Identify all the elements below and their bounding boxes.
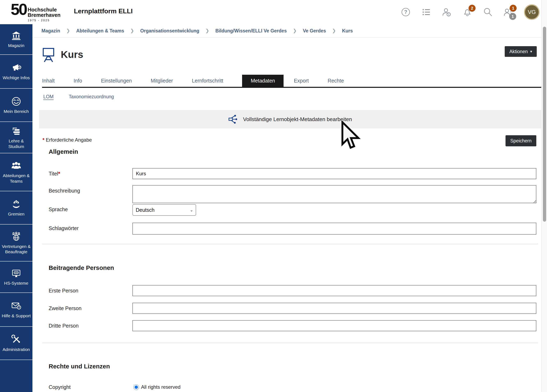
monitor-icon xyxy=(11,268,21,278)
required-asterisk: * xyxy=(42,137,44,143)
breadcrumb: Magazin ❯ Abteilungen & Teams ❯ Organisa… xyxy=(33,24,547,38)
scrollbar-thumb[interactable] xyxy=(543,27,546,222)
schlagwoerter-input[interactable] xyxy=(132,223,536,235)
sidebar-item-gremien[interactable]: Gremien xyxy=(0,191,33,224)
tab-lernfortschritt[interactable]: Lernfortschritt xyxy=(192,75,223,87)
chevron-right-icon: ❯ xyxy=(66,28,70,34)
section-title-beitragende: Beitragende Personen xyxy=(49,264,114,271)
erste-person-input[interactable] xyxy=(132,285,536,296)
course-icon xyxy=(42,47,55,63)
mail-help-icon: ? xyxy=(11,300,21,311)
contacts-badge-top: 1 xyxy=(510,5,517,12)
section-title-rechte: Rechte und Lizenzen xyxy=(49,363,110,370)
chevron-right-icon: ❯ xyxy=(332,28,336,34)
sprache-label: Sprache xyxy=(49,206,68,212)
notifications-bell-icon[interactable]: 2 xyxy=(462,7,472,17)
smiley-icon xyxy=(11,96,21,107)
sprache-select-wrap: Deutsch ⌄ xyxy=(132,204,196,216)
metadata-hub-icon xyxy=(228,115,238,124)
section-title-allgemein: Allgemein xyxy=(49,148,78,155)
zweite-person-input[interactable] xyxy=(132,303,536,314)
subtab-lom[interactable]: LOM xyxy=(43,94,54,100)
section-divider xyxy=(42,244,538,244)
sidebar-item-vertretungen-beauftragte[interactable]: Vertretungen & Beauftragte xyxy=(0,224,33,261)
svg-text:?: ? xyxy=(404,9,407,15)
required-hint: * Erforderliche Angabe xyxy=(42,137,92,143)
scrollbar-track xyxy=(541,0,547,392)
sidebar-item-abteilungen-teams[interactable]: Abteilungen & Teams xyxy=(0,153,33,191)
sidebar-item-lehre-studium[interactable]: Lehre & Studium xyxy=(0,122,33,153)
sprache-select[interactable]: Deutsch xyxy=(132,204,196,216)
edit-full-metadata-label: Vollständige Lernobjekt-Metadaten bearbe… xyxy=(243,116,352,122)
breadcrumb-item-bildung-wissen[interactable]: Bildung/Wissen/ELLI Ve Gerdes xyxy=(215,28,287,34)
tab-underline xyxy=(42,87,541,88)
tab-inhalt[interactable]: Inhalt xyxy=(42,75,55,87)
caret-down-icon: ▾ xyxy=(530,50,532,53)
contacts-icon[interactable]: 1 1 xyxy=(504,7,513,17)
app-window: 50 Hochschule Bremerhaven 1975 - 2025 Le… xyxy=(0,0,547,392)
todo-list-icon[interactable] xyxy=(421,7,431,17)
section-divider xyxy=(42,343,538,343)
breadcrumb-item-abteilungen[interactable]: Abteilungen & Teams xyxy=(76,28,124,34)
user-avatar[interactable]: VG xyxy=(524,4,540,20)
contacts-badge-bottom: 1 xyxy=(509,13,516,20)
zweite-person-label: Zweite Person xyxy=(49,305,82,311)
notifications-badge: 2 xyxy=(469,5,476,12)
dritte-person-label: Dritte Person xyxy=(49,323,79,329)
logo-years: 1975 - 2025 xyxy=(28,19,61,22)
sidebar-filler xyxy=(0,359,33,392)
people-group-icon xyxy=(11,160,21,171)
breadcrumb-item-ve-gerdes[interactable]: Ve Gerdes xyxy=(303,28,326,34)
save-button[interactable]: Speichern xyxy=(506,135,536,146)
copyright-radio-label: All rights reserved xyxy=(141,384,180,390)
logo-name-line1: Hochschule xyxy=(28,7,61,12)
schlagwoerter-label: Schlagwörter xyxy=(49,225,79,231)
svg-text:?: ? xyxy=(18,306,20,309)
main-sidebar: Magazin Wichtige Infos Mein Bereich xyxy=(0,24,33,392)
edit-full-metadata-banner[interactable]: Vollständige Lernobjekt-Metadaten bearbe… xyxy=(39,110,541,128)
header-icon-bar: ? ! xyxy=(401,0,540,24)
tab-mitglieder[interactable]: Mitglieder xyxy=(151,75,173,87)
tab-info[interactable]: Info xyxy=(74,75,82,87)
tab-export[interactable]: Export xyxy=(294,75,309,87)
copyright-radio-row: All rights reserved xyxy=(133,384,180,390)
erste-person-label: Erste Person xyxy=(49,288,78,294)
committee-hand-icon xyxy=(11,199,21,209)
breadcrumb-item-organisationsentwicklung[interactable]: Organisationsentwicklung xyxy=(140,28,199,34)
sidebar-item-hilfe-support[interactable]: ? Hilfe & Support xyxy=(0,292,33,326)
titel-input[interactable] xyxy=(132,168,536,179)
books-icon xyxy=(11,126,21,136)
help-icon[interactable]: ? xyxy=(401,7,411,17)
globe-people-icon xyxy=(11,231,21,242)
breadcrumb-item-magazin[interactable]: Magazin xyxy=(41,28,60,34)
beschreibung-textarea[interactable] xyxy=(132,185,536,203)
logo-anniversary: 50 xyxy=(11,2,27,17)
sidebar-item-wichtige-infos[interactable]: Wichtige Infos xyxy=(0,54,33,88)
tab-rechte[interactable]: Rechte xyxy=(328,75,344,87)
copyright-radio-all-rights-reserved[interactable] xyxy=(133,385,139,390)
subtab-taxonomiezuordnung[interactable]: Taxonomiezuordnung xyxy=(69,94,114,100)
top-header: 50 Hochschule Bremerhaven 1975 - 2025 Le… xyxy=(0,0,547,24)
bank-icon xyxy=(11,30,21,41)
sidebar-item-magazin[interactable]: Magazin xyxy=(0,24,33,54)
chevron-right-icon: ❯ xyxy=(130,28,134,34)
tab-metadaten[interactable]: Metadaten xyxy=(242,75,284,87)
svg-text:!: ! xyxy=(448,13,449,16)
tab-bar: Inhalt Info Einstellungen Mitglieder Ler… xyxy=(42,75,344,87)
logo-name-line2: Bremerhaven xyxy=(28,12,61,18)
user-status-icon[interactable]: ! xyxy=(442,7,452,17)
university-logo[interactable]: 50 Hochschule Bremerhaven 1975 - 2025 xyxy=(11,2,61,22)
megaphone-icon xyxy=(11,62,21,73)
app-title: Lernplattform ELLI xyxy=(74,7,133,15)
search-icon[interactable] xyxy=(483,7,493,17)
subtab-bar: LOM Taxonomiezuordnung xyxy=(43,94,114,100)
sidebar-item-mein-bereich[interactable]: Mein Bereich xyxy=(0,88,33,122)
tab-einstellungen[interactable]: Einstellungen xyxy=(101,75,132,87)
dritte-person-input[interactable] xyxy=(132,320,536,331)
actions-button[interactable]: Aktionen ▾ xyxy=(505,46,537,57)
chevron-right-icon: ❯ xyxy=(205,28,209,34)
sidebar-item-administration[interactable]: Administration xyxy=(0,326,33,359)
sidebar-item-hs-systeme[interactable]: HS-Systeme xyxy=(0,261,33,292)
titel-label: Titel* xyxy=(49,171,60,177)
breadcrumb-item-kurs[interactable]: Kurs xyxy=(342,28,353,34)
